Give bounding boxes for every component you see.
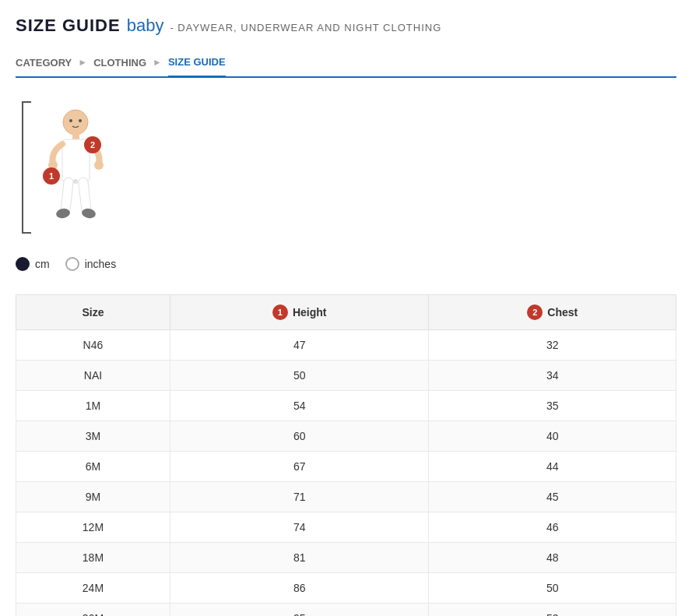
cell-height: 54 (170, 391, 429, 421)
page-title-desc: - DAYWEAR, UNDERWEAR AND NIGHT CLOTHING (170, 22, 441, 33)
cell-height: 71 (170, 482, 429, 512)
table-row: 18M 81 48 (16, 543, 676, 573)
cell-height: 74 (170, 512, 429, 543)
table-row: 12M 74 46 (16, 512, 676, 543)
cell-chest: 40 (429, 421, 676, 452)
table-row: 36M 95 52 (16, 604, 676, 617)
breadcrumb: CATEGORY ► CLOTHING ► SIZE GUIDE (16, 48, 676, 78)
col-header-size: Size (16, 295, 170, 330)
badge-2-chest: 2 (84, 136, 101, 153)
cell-chest: 35 (429, 391, 676, 421)
cell-chest: 46 (429, 512, 676, 543)
table-row: 24M 86 50 (16, 573, 676, 604)
page-title-area: SIZE GUIDE baby - DAYWEAR, UNDERWEAR AND… (16, 16, 676, 36)
cell-size: 24M (16, 573, 170, 604)
height-badge: 1 (272, 304, 288, 320)
cm-label: cm (35, 258, 50, 270)
cell-chest: 44 (429, 452, 676, 482)
page-title-size-guide: SIZE GUIDE (16, 16, 121, 36)
svg-point-5 (73, 179, 78, 184)
inches-label: inches (85, 258, 116, 270)
svg-rect-3 (72, 133, 79, 139)
cell-height: 47 (170, 330, 429, 361)
cell-size: NAI (16, 361, 170, 391)
unit-toggle[interactable]: cm inches (16, 257, 676, 271)
chest-header-label: Chest (547, 306, 578, 319)
cm-radio[interactable] (16, 257, 30, 271)
cell-size: 3M (16, 421, 170, 452)
breadcrumb-size-guide[interactable]: SIZE GUIDE (168, 56, 226, 78)
cell-chest: 45 (429, 482, 676, 512)
illustration-area: 1 2 (16, 101, 676, 241)
table-row: 9M 71 45 (16, 482, 676, 512)
inches-option[interactable]: inches (65, 257, 116, 271)
badge-1-height: 1 (43, 167, 60, 185)
cell-height: 95 (170, 604, 429, 617)
cm-option[interactable]: cm (16, 257, 50, 271)
cell-size: N46 (16, 330, 170, 361)
breadcrumb-clothing[interactable]: CLOTHING (93, 57, 146, 69)
figure-container: 1 2 (16, 101, 140, 241)
cell-size: 36M (16, 604, 170, 617)
cell-chest: 50 (429, 573, 676, 604)
cell-height: 50 (170, 361, 429, 391)
cell-size: 1M (16, 391, 170, 421)
breadcrumb-arrow-1: ► (78, 57, 87, 68)
cell-chest: 52 (429, 604, 676, 617)
cell-size: 9M (16, 482, 170, 512)
svg-point-2 (79, 119, 82, 122)
cell-size: 6M (16, 452, 170, 482)
cell-chest: 48 (429, 543, 676, 573)
cell-height: 67 (170, 452, 429, 482)
svg-point-1 (69, 119, 72, 122)
svg-point-7 (94, 160, 104, 170)
col-header-height: 1 Height (170, 295, 429, 330)
breadcrumb-category[interactable]: CATEGORY (16, 57, 72, 69)
height-bracket (22, 101, 31, 234)
table-row: N46 47 32 (16, 330, 676, 361)
chest-badge: 2 (527, 304, 543, 320)
cell-chest: 32 (429, 330, 676, 361)
table-row: 6M 67 44 (16, 452, 676, 482)
cell-size: 12M (16, 512, 170, 543)
table-row: NAI 50 34 (16, 361, 676, 391)
cell-height: 81 (170, 543, 429, 573)
size-table: Size 1 Height 2 Chest N46 47 (16, 294, 676, 616)
cell-chest: 34 (429, 361, 676, 391)
inches-radio[interactable] (65, 257, 79, 271)
table-row: 1M 54 35 (16, 391, 676, 421)
col-header-chest: 2 Chest (429, 295, 676, 330)
breadcrumb-arrow-2: ► (153, 57, 162, 68)
table-row: 3M 60 40 (16, 421, 676, 452)
baby-figure: 1 2 (39, 105, 113, 234)
cell-height: 60 (170, 421, 429, 452)
svg-point-0 (63, 110, 88, 135)
page-title-sub: baby (127, 16, 164, 36)
height-header-label: Height (293, 306, 327, 319)
cell-height: 86 (170, 573, 429, 604)
cell-size: 18M (16, 543, 170, 573)
